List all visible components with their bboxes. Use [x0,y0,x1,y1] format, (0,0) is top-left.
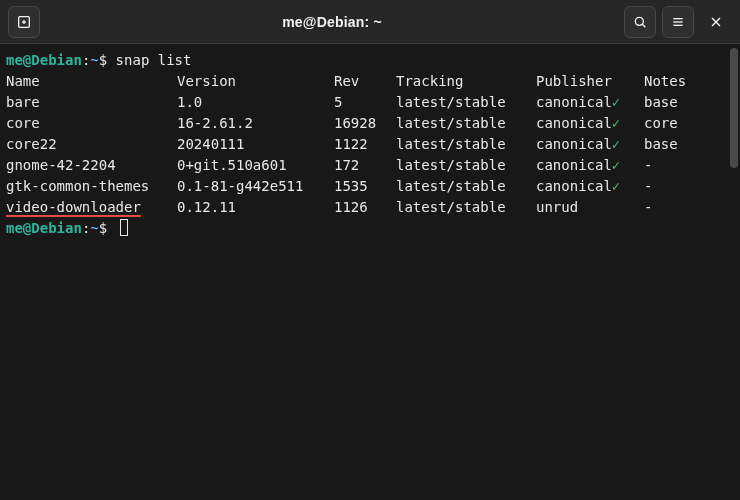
table-row: gtk-common-themes0.1-81-g442e5111535late… [6,176,732,197]
col-version: Version [177,71,334,92]
verified-check-icon: ✓ [612,157,620,173]
verified-check-icon: ✓ [612,136,620,152]
close-icon [708,14,724,30]
package-tracking: latest/stable [396,176,536,197]
package-rev: 5 [334,92,396,113]
package-tracking: latest/stable [396,92,536,113]
package-name: core22 [6,134,177,155]
new-tab-button[interactable] [8,6,40,38]
package-publisher: canonical✓ [536,134,644,155]
package-notes: - [644,155,652,176]
prompt-user: me [6,220,23,236]
package-name: core [6,113,177,134]
search-icon [632,14,648,30]
package-name: gtk-common-themes [6,176,177,197]
terminal-output[interactable]: me@Debian:~$ snap listNameVersionRevTrac… [0,44,740,500]
svg-line-4 [642,24,645,27]
prompt-dollar: $ [99,220,116,236]
col-notes: Notes [644,71,686,92]
prompt-line: me@Debian:~$ [6,218,732,239]
verified-check-icon: ✓ [612,115,620,131]
package-publisher: canonical✓ [536,92,644,113]
hamburger-icon [670,14,686,30]
package-notes: - [644,176,652,197]
package-publisher: canonical✓ [536,113,644,134]
table-row: core16-2.61.216928latest/stablecanonical… [6,113,732,134]
package-notes: core [644,113,678,134]
package-version: 0.1-81-g442e511 [177,176,334,197]
table-row: video-downloader0.12.111126latest/stable… [6,197,732,218]
verified-check-icon: ✓ [612,94,620,110]
svg-point-3 [635,17,643,25]
cursor [120,219,128,236]
package-rev: 1122 [334,134,396,155]
package-notes: base [644,92,678,113]
plus-box-icon [16,14,32,30]
package-name: bare [6,92,177,113]
col-publisher: Publisher [536,71,644,92]
package-rev: 172 [334,155,396,176]
package-name: gnome-42-2204 [6,155,177,176]
package-version: 20240111 [177,134,334,155]
col-tracking: Tracking [396,71,536,92]
prompt-host: @Debian [23,52,82,68]
package-publisher: canonical✓ [536,155,644,176]
package-notes: base [644,134,678,155]
prompt-host: @Debian [23,220,82,236]
prompt-path: ~ [90,52,98,68]
package-version: 1.0 [177,92,334,113]
package-name-highlighted: video-downloader [6,197,177,218]
table-row: bare1.05latest/stablecanonical✓base [6,92,732,113]
package-version: 0.12.11 [177,197,334,218]
package-publisher: canonical✓ [536,176,644,197]
command-line: me@Debian:~$ snap list [6,50,732,71]
package-notes: - [644,197,652,218]
search-button[interactable] [624,6,656,38]
package-rev: 1535 [334,176,396,197]
package-tracking: latest/stable [396,134,536,155]
verified-check-icon: ✓ [612,178,620,194]
col-rev: Rev [334,71,396,92]
titlebar: me@Debian: ~ [0,0,740,44]
table-row: gnome-42-22040+git.510a601172latest/stab… [6,155,732,176]
prompt-path: ~ [90,220,98,236]
menu-button[interactable] [662,6,694,38]
package-tracking: latest/stable [396,197,536,218]
window-title: me@Debian: ~ [282,14,382,30]
package-tracking: latest/stable [396,155,536,176]
package-tracking: latest/stable [396,113,536,134]
package-rev: 1126 [334,197,396,218]
close-button[interactable] [700,6,732,38]
table-header: NameVersionRevTrackingPublisherNotes [6,71,732,92]
prompt-dollar: $ [99,52,116,68]
command-text: snap list [116,52,192,68]
col-name: Name [6,71,177,92]
package-rev: 16928 [334,113,396,134]
package-publisher: unrud [536,197,644,218]
package-version: 0+git.510a601 [177,155,334,176]
prompt-user: me [6,52,23,68]
scrollbar-thumb[interactable] [730,48,738,168]
package-version: 16-2.61.2 [177,113,334,134]
table-row: core22202401111122latest/stablecanonical… [6,134,732,155]
